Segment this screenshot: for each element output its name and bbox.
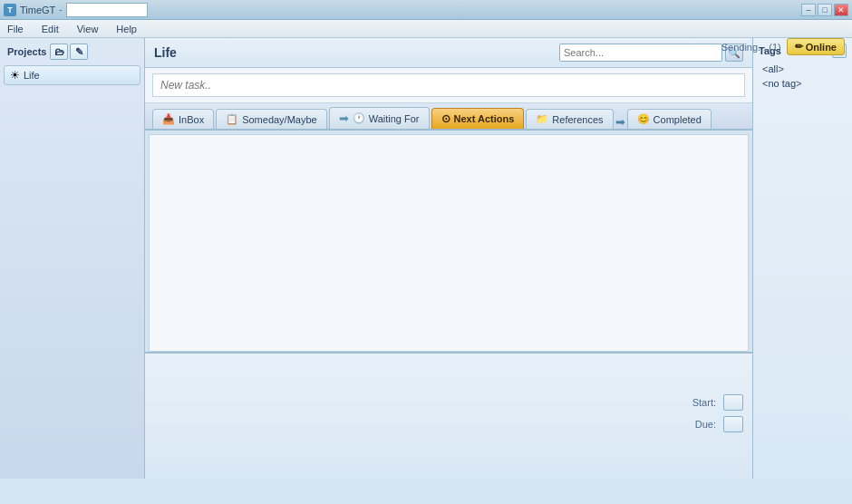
- tag-all[interactable]: <all>: [759, 62, 847, 76]
- online-button[interactable]: ✏ Online: [787, 38, 845, 55]
- start-label: Start:: [680, 397, 716, 408]
- start-row: Start:: [154, 394, 743, 411]
- search-input[interactable]: [559, 44, 722, 62]
- sending-status: Sending... (1): [721, 42, 781, 53]
- due-row: Due:: [154, 416, 743, 432]
- tab-divider-arrow: ➡: [615, 115, 625, 129]
- due-label: Due:: [680, 419, 716, 430]
- completed-icon: 😊: [637, 113, 650, 125]
- menu-view[interactable]: View: [73, 22, 102, 36]
- sidebar-item-label-life: Life: [24, 70, 40, 81]
- title-bar-left: T TimeGT -: [4, 3, 148, 17]
- window-controls: – □ ✕: [801, 4, 848, 16]
- tab-waiting-label: Waiting For: [369, 113, 420, 124]
- tab-inbox-label: InBox: [179, 114, 204, 125]
- close-button[interactable]: ✕: [834, 4, 848, 16]
- panel-body: Start: Due:: [145, 131, 752, 479]
- detail-panel: Start: Due:: [145, 352, 752, 479]
- search-box: 🔍: [559, 44, 743, 62]
- tab-next-actions[interactable]: ⊙ Next Actions: [431, 108, 525, 129]
- app-icon: T: [4, 4, 16, 16]
- tab-completed-label: Completed: [654, 114, 702, 125]
- tab-someday-label: Someday/Maybe: [242, 114, 317, 125]
- online-icon: ✏: [795, 41, 803, 53]
- app-name: TimeGT: [20, 5, 55, 15]
- sidebar-add-buttons: 🗁 ✎: [50, 44, 88, 60]
- tab-completed[interactable]: 😊 Completed: [627, 109, 712, 129]
- title-bar: T TimeGT - – □ ✕: [0, 0, 852, 20]
- menu-bar: File Edit View Help: [0, 20, 852, 38]
- life-icon: ☀: [10, 69, 20, 82]
- sidebar-projects-label: Projects: [7, 46, 46, 57]
- main-layout: Projects 🗁 ✎ ☀ Life Life 🔍: [0, 38, 852, 479]
- tab-inbox[interactable]: 📥 InBox: [152, 109, 214, 129]
- title-input[interactable]: [66, 3, 148, 17]
- waiting-arrow-icon: ➡: [339, 111, 349, 125]
- sidebar-add-item-btn[interactable]: ✎: [70, 44, 88, 60]
- sidebar: Projects 🗁 ✎ ☀ Life: [0, 38, 145, 479]
- sidebar-add-folder-btn[interactable]: 🗁: [50, 44, 68, 60]
- content-with-tags: Life 🔍 📥 InBox 📋: [145, 38, 852, 479]
- tag-no-tag[interactable]: <no tag>: [759, 76, 847, 91]
- new-task-input[interactable]: [152, 73, 745, 97]
- content-header: Life 🔍: [145, 38, 752, 68]
- sidebar-header: Projects 🗁 ✎: [4, 42, 140, 62]
- tab-next-actions-label: Next Actions: [454, 113, 515, 124]
- sidebar-item-life[interactable]: ☀ Life: [4, 65, 140, 85]
- references-icon: 📁: [536, 113, 548, 125]
- dash: -: [59, 5, 62, 15]
- someday-icon: 📋: [226, 113, 238, 125]
- tab-references-label: References: [552, 114, 603, 125]
- due-input[interactable]: [723, 416, 743, 432]
- menu-edit[interactable]: Edit: [38, 22, 63, 36]
- tags-panel: Tags + <all> <no tag>: [752, 38, 852, 479]
- next-actions-icon: ⊙: [441, 112, 450, 125]
- task-list-area: [149, 134, 749, 352]
- new-task-bar: [145, 68, 752, 103]
- toolbar-status: Sending... (1) ✏ Online: [721, 38, 845, 55]
- online-label: Online: [806, 42, 837, 53]
- menu-help[interactable]: Help: [112, 22, 140, 36]
- minimize-button[interactable]: –: [801, 4, 816, 16]
- menu-file[interactable]: File: [4, 22, 27, 36]
- tab-someday[interactable]: 📋 Someday/Maybe: [216, 109, 327, 129]
- content-title: Life: [154, 45, 177, 60]
- start-input[interactable]: [723, 394, 743, 411]
- tab-references[interactable]: 📁 References: [526, 109, 613, 129]
- inbox-icon: 📥: [162, 113, 175, 125]
- waiting-icon: 🕐: [353, 112, 365, 124]
- maximize-button[interactable]: □: [818, 4, 832, 16]
- tab-waiting[interactable]: ➡ 🕐 Waiting For: [329, 107, 430, 129]
- content-main: Life 🔍 📥 InBox 📋: [145, 38, 752, 479]
- tabs-bar: 📥 InBox 📋 Someday/Maybe ➡ 🕐 Waiting For …: [145, 103, 752, 131]
